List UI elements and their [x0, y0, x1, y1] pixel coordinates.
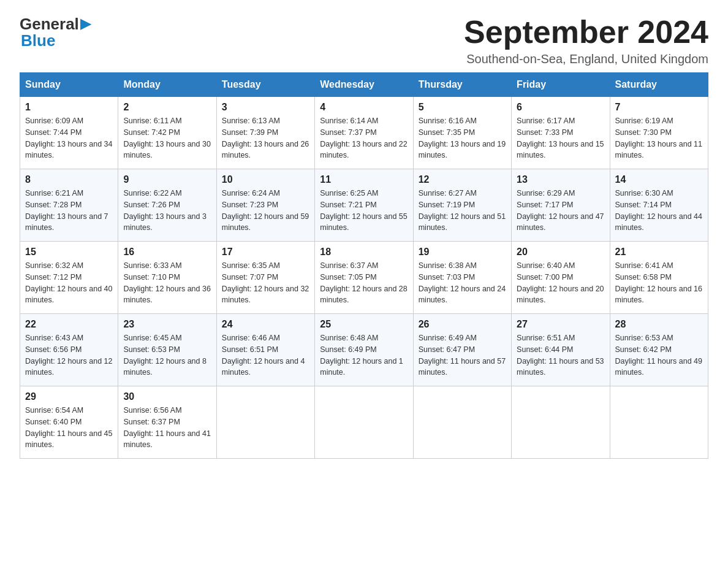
table-row: 14 Sunrise: 6:30 AMSunset: 7:14 PMDaylig…: [610, 169, 708, 242]
header-monday: Monday: [118, 73, 216, 97]
day-info: Sunrise: 6:11 AMSunset: 7:42 PMDaylight:…: [123, 117, 210, 159]
table-row: 12 Sunrise: 6:27 AMSunset: 7:19 PMDaylig…: [413, 169, 511, 242]
day-info: Sunrise: 6:24 AMSunset: 7:23 PMDaylight:…: [222, 189, 309, 232]
day-number: 26: [419, 319, 506, 330]
header-saturday: Saturday: [610, 73, 708, 97]
day-number: 23: [123, 319, 211, 330]
day-number: 22: [25, 319, 113, 330]
day-number: 1: [25, 102, 113, 113]
day-info: Sunrise: 6:09 AMSunset: 7:44 PMDaylight:…: [25, 117, 112, 159]
day-info: Sunrise: 6:16 AMSunset: 7:35 PMDaylight:…: [419, 117, 506, 159]
day-number: 5: [419, 102, 506, 113]
day-number: 19: [419, 247, 506, 258]
day-info: Sunrise: 6:37 AMSunset: 7:05 PMDaylight:…: [320, 261, 407, 304]
day-number: 24: [222, 319, 309, 330]
table-row: 1 Sunrise: 6:09 AMSunset: 7:44 PMDayligh…: [20, 97, 118, 169]
table-row: 15 Sunrise: 6:32 AMSunset: 7:12 PMDaylig…: [20, 242, 118, 314]
calendar-week-row: 8 Sunrise: 6:21 AMSunset: 7:28 PMDayligh…: [20, 169, 708, 242]
day-info: Sunrise: 6:43 AMSunset: 6:56 PMDaylight:…: [25, 334, 112, 377]
calendar-week-row: 22 Sunrise: 6:43 AMSunset: 6:56 PMDaylig…: [20, 314, 708, 386]
calendar-week-row: 15 Sunrise: 6:32 AMSunset: 7:12 PMDaylig…: [20, 242, 708, 314]
day-number: 16: [123, 247, 211, 258]
table-row: 11 Sunrise: 6:25 AMSunset: 7:21 PMDaylig…: [315, 169, 413, 242]
header-tuesday: Tuesday: [216, 73, 314, 97]
day-number: 18: [320, 247, 408, 258]
table-row: 5 Sunrise: 6:16 AMSunset: 7:35 PMDayligh…: [413, 97, 511, 169]
day-info: Sunrise: 6:19 AMSunset: 7:30 PMDaylight:…: [615, 117, 702, 159]
table-row: 6 Sunrise: 6:17 AMSunset: 7:33 PMDayligh…: [512, 97, 610, 169]
table-row: 23 Sunrise: 6:45 AMSunset: 6:53 PMDaylig…: [118, 314, 216, 386]
table-row: [610, 386, 708, 459]
day-number: 12: [419, 174, 506, 185]
day-number: 25: [320, 319, 408, 330]
day-info: Sunrise: 6:40 AMSunset: 7:00 PMDaylight:…: [517, 261, 604, 304]
day-number: 3: [222, 102, 309, 113]
logo-subtext: Blue: [20, 31, 55, 50]
table-row: [315, 386, 413, 459]
table-row: 25 Sunrise: 6:48 AMSunset: 6:49 PMDaylig…: [315, 314, 413, 386]
day-number: 30: [123, 391, 211, 402]
table-row: 9 Sunrise: 6:22 AMSunset: 7:26 PMDayligh…: [118, 169, 216, 242]
day-info: Sunrise: 6:35 AMSunset: 7:07 PMDaylight:…: [222, 261, 309, 304]
day-info: Sunrise: 6:49 AMSunset: 6:47 PMDaylight:…: [419, 334, 506, 377]
table-row: 29 Sunrise: 6:54 AMSunset: 6:40 PMDaylig…: [20, 386, 118, 459]
day-info: Sunrise: 6:48 AMSunset: 6:49 PMDaylight:…: [320, 334, 403, 377]
table-row: 21 Sunrise: 6:41 AMSunset: 6:58 PMDaylig…: [610, 242, 708, 314]
day-info: Sunrise: 6:41 AMSunset: 6:58 PMDaylight:…: [615, 261, 702, 304]
table-row: 20 Sunrise: 6:40 AMSunset: 7:00 PMDaylig…: [512, 242, 610, 314]
table-row: [216, 386, 314, 459]
day-info: Sunrise: 6:17 AMSunset: 7:33 PMDaylight:…: [517, 117, 604, 159]
table-row: 26 Sunrise: 6:49 AMSunset: 6:47 PMDaylig…: [413, 314, 511, 386]
table-row: 2 Sunrise: 6:11 AMSunset: 7:42 PMDayligh…: [118, 97, 216, 169]
table-row: 30 Sunrise: 6:56 AMSunset: 6:37 PMDaylig…: [118, 386, 216, 459]
table-row: 27 Sunrise: 6:51 AMSunset: 6:44 PMDaylig…: [512, 314, 610, 386]
day-number: 11: [320, 174, 408, 185]
month-year-title: September 2024: [464, 15, 708, 50]
table-row: [512, 386, 610, 459]
table-row: 10 Sunrise: 6:24 AMSunset: 7:23 PMDaylig…: [216, 169, 314, 242]
day-number: 20: [517, 247, 604, 258]
page-header: General▶ Blue September 2024 Southend-on…: [20, 15, 708, 66]
location-subtitle: Southend-on-Sea, England, United Kingdom: [464, 52, 708, 66]
table-row: 18 Sunrise: 6:37 AMSunset: 7:05 PMDaylig…: [315, 242, 413, 314]
day-number: 29: [25, 391, 113, 402]
calendar-week-row: 29 Sunrise: 6:54 AMSunset: 6:40 PMDaylig…: [20, 386, 708, 459]
day-number: 21: [615, 247, 703, 258]
day-number: 8: [25, 174, 113, 185]
day-info: Sunrise: 6:53 AMSunset: 6:42 PMDaylight:…: [615, 334, 702, 377]
day-info: Sunrise: 6:46 AMSunset: 6:51 PMDaylight:…: [222, 334, 305, 377]
day-number: 13: [517, 174, 604, 185]
day-info: Sunrise: 6:25 AMSunset: 7:21 PMDaylight:…: [320, 189, 407, 232]
day-info: Sunrise: 6:13 AMSunset: 7:39 PMDaylight:…: [222, 117, 309, 159]
day-number: 10: [222, 174, 309, 185]
header-thursday: Thursday: [413, 73, 511, 97]
calendar-header-row: Sunday Monday Tuesday Wednesday Thursday…: [20, 73, 708, 97]
day-number: 27: [517, 319, 604, 330]
day-number: 15: [25, 247, 113, 258]
day-info: Sunrise: 6:22 AMSunset: 7:26 PMDaylight:…: [123, 189, 207, 232]
day-number: 14: [615, 174, 703, 185]
day-info: Sunrise: 6:32 AMSunset: 7:12 PMDaylight:…: [25, 261, 112, 304]
table-row: [413, 386, 511, 459]
day-info: Sunrise: 6:51 AMSunset: 6:44 PMDaylight:…: [517, 334, 604, 377]
day-info: Sunrise: 6:38 AMSunset: 7:03 PMDaylight:…: [419, 261, 506, 304]
day-number: 7: [615, 102, 703, 113]
header-wednesday: Wednesday: [315, 73, 413, 97]
day-info: Sunrise: 6:14 AMSunset: 7:37 PMDaylight:…: [320, 117, 407, 159]
day-number: 28: [615, 319, 703, 330]
day-number: 2: [123, 102, 211, 113]
table-row: 7 Sunrise: 6:19 AMSunset: 7:30 PMDayligh…: [610, 97, 708, 169]
day-info: Sunrise: 6:54 AMSunset: 6:40 PMDaylight:…: [25, 406, 112, 449]
table-row: 22 Sunrise: 6:43 AMSunset: 6:56 PMDaylig…: [20, 314, 118, 386]
table-row: 19 Sunrise: 6:38 AMSunset: 7:03 PMDaylig…: [413, 242, 511, 314]
table-row: 4 Sunrise: 6:14 AMSunset: 7:37 PMDayligh…: [315, 97, 413, 169]
day-info: Sunrise: 6:21 AMSunset: 7:28 PMDaylight:…: [25, 189, 108, 232]
day-info: Sunrise: 6:45 AMSunset: 6:53 PMDaylight:…: [123, 334, 207, 377]
day-number: 17: [222, 247, 309, 258]
table-row: 24 Sunrise: 6:46 AMSunset: 6:51 PMDaylig…: [216, 314, 314, 386]
title-block: September 2024 Southend-on-Sea, England,…: [464, 15, 708, 66]
table-row: 17 Sunrise: 6:35 AMSunset: 7:07 PMDaylig…: [216, 242, 314, 314]
day-number: 4: [320, 102, 408, 113]
day-number: 9: [123, 174, 211, 185]
day-info: Sunrise: 6:30 AMSunset: 7:14 PMDaylight:…: [615, 189, 702, 232]
